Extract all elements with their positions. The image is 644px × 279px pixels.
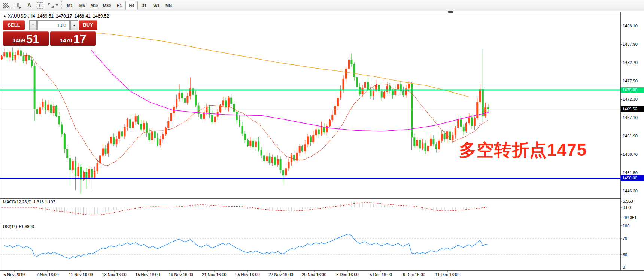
candle-body bbox=[301, 146, 303, 151]
candle-body bbox=[455, 128, 456, 135]
candle-body bbox=[244, 134, 246, 140]
chevron-down-icon[interactable] bbox=[55, 4, 58, 6]
timeframe-button-h4[interactable]: H4 bbox=[125, 1, 138, 10]
candle-body bbox=[425, 143, 426, 151]
candle-body bbox=[293, 155, 295, 160]
candle-body bbox=[326, 126, 328, 132]
candle-body bbox=[233, 104, 235, 112]
time-axis-label: 19 Nov 16:00 bbox=[164, 272, 198, 277]
buy-button[interactable]: BUY bbox=[79, 20, 97, 30]
buy-price-main: 1470 bbox=[60, 37, 72, 43]
rsi-axis-label: 100 bbox=[623, 224, 644, 228]
candle-body bbox=[465, 123, 467, 132]
candle-body bbox=[148, 133, 150, 140]
candle-body bbox=[438, 141, 440, 149]
candle-body bbox=[200, 114, 202, 119]
price-tick-label: 1461.90 bbox=[623, 134, 644, 139]
candle-body bbox=[36, 109, 38, 114]
text-label-icon[interactable]: A bbox=[25, 1, 34, 9]
candle-body bbox=[9, 52, 11, 57]
candle-body bbox=[47, 105, 49, 110]
text-box-icon[interactable]: T bbox=[35, 1, 44, 9]
candle-body bbox=[239, 120, 240, 126]
candle-body bbox=[310, 136, 312, 142]
candle-body bbox=[124, 127, 126, 137]
time-axis-label: 27 Nov 16:00 bbox=[264, 272, 298, 277]
sell-button[interactable]: SELL bbox=[3, 20, 25, 30]
sell-price-box[interactable]: 1469 51 bbox=[3, 31, 49, 46]
candle-body bbox=[457, 119, 459, 128]
candle-body bbox=[170, 113, 172, 121]
main-toolbar: E F A T M1M5M15M30H1H4D1W1MN bbox=[0, 0, 644, 11]
candle-body bbox=[362, 88, 364, 94]
candle-body bbox=[195, 95, 197, 105]
candle-body bbox=[25, 55, 27, 61]
bid-price-label: 1469.52 bbox=[621, 106, 644, 112]
candle-body bbox=[179, 93, 180, 99]
candle-body bbox=[94, 171, 95, 178]
support-price-label: 1450.00 bbox=[621, 175, 644, 181]
candle-body bbox=[435, 144, 437, 149]
candle-body bbox=[241, 126, 243, 134]
candle-body bbox=[383, 92, 385, 98]
rsi-axis-label: 70 bbox=[623, 236, 644, 241]
price-tick-label: 1472.30 bbox=[623, 97, 644, 102]
candle-body bbox=[222, 100, 224, 105]
candle-body bbox=[140, 124, 142, 129]
timeframe-button-m30[interactable]: M30 bbox=[101, 1, 113, 10]
time-axis-label: 13 Nov 16:00 bbox=[97, 272, 131, 277]
candle-body bbox=[77, 167, 79, 176]
timeframe-button-m5[interactable]: M5 bbox=[76, 1, 88, 10]
candle-body bbox=[261, 150, 262, 155]
candle-body bbox=[104, 148, 106, 153]
candle-body bbox=[249, 141, 251, 146]
timeframe-button-w1[interactable]: W1 bbox=[150, 1, 162, 10]
candle-body bbox=[102, 148, 104, 155]
candle-body bbox=[107, 143, 109, 153]
candle-body bbox=[381, 91, 383, 98]
timeframe-button-d1[interactable]: D1 bbox=[138, 1, 150, 10]
volume-decrease-button[interactable]: ▼ bbox=[29, 20, 37, 30]
high-value: 1470.17 bbox=[56, 13, 72, 19]
candle-body bbox=[340, 90, 341, 98]
timeframe-button-h1[interactable]: H1 bbox=[113, 1, 125, 10]
candle-body bbox=[34, 66, 36, 109]
timeframe-button-m15[interactable]: M15 bbox=[88, 1, 101, 10]
candle-body bbox=[167, 121, 169, 128]
volume-increase-button[interactable]: ▲ bbox=[70, 20, 78, 30]
timeframe-button-mn[interactable]: MN bbox=[162, 1, 175, 10]
candle-body bbox=[373, 91, 374, 96]
time-axis-label: 3 Dec 16:00 bbox=[331, 272, 364, 277]
candle-body bbox=[181, 93, 183, 98]
candle-body bbox=[444, 134, 446, 139]
candle-body bbox=[463, 127, 465, 131]
icon-letter: A bbox=[27, 2, 31, 8]
time-axis-label: 5 Dec 16:00 bbox=[364, 272, 398, 277]
grid-lines-icon[interactable]: F bbox=[12, 1, 21, 9]
candle-body bbox=[97, 163, 98, 171]
rsi-axis-label: 0 bbox=[623, 265, 644, 270]
candle-body bbox=[206, 107, 208, 112]
candle-body bbox=[280, 159, 282, 170]
rsi-name: RSI(14) bbox=[3, 224, 17, 229]
one-click-trading-panel: SELL ▼ ▲ BUY 1469 51 1470 17 bbox=[3, 20, 97, 46]
volume-input[interactable] bbox=[37, 20, 70, 30]
candle-body bbox=[135, 116, 137, 122]
buy-price-box[interactable]: 1470 17 bbox=[50, 31, 96, 46]
candle-body bbox=[58, 116, 60, 125]
rsi-axis-label: 30 bbox=[623, 252, 644, 257]
candle-body bbox=[364, 82, 366, 88]
timeframe-button-m1[interactable]: M1 bbox=[64, 1, 76, 10]
crosshair-lines-icon[interactable]: E bbox=[1, 1, 10, 9]
candle-body bbox=[132, 122, 134, 128]
macd-label: MACD(12,26,9)1.316 1.107 bbox=[3, 200, 57, 204]
candle-body bbox=[162, 134, 164, 139]
candle-body bbox=[252, 141, 254, 147]
candle-body bbox=[72, 161, 74, 170]
candle-body bbox=[45, 102, 46, 110]
arrows-objects-icon[interactable] bbox=[46, 1, 55, 9]
candle-body bbox=[42, 102, 44, 107]
application-window: E F A T M1M5M15M30H1H4D1W1MN ▲XAUUSD-,H4… bbox=[0, 0, 644, 279]
candle-body bbox=[367, 82, 369, 90]
candle-body bbox=[116, 139, 118, 144]
